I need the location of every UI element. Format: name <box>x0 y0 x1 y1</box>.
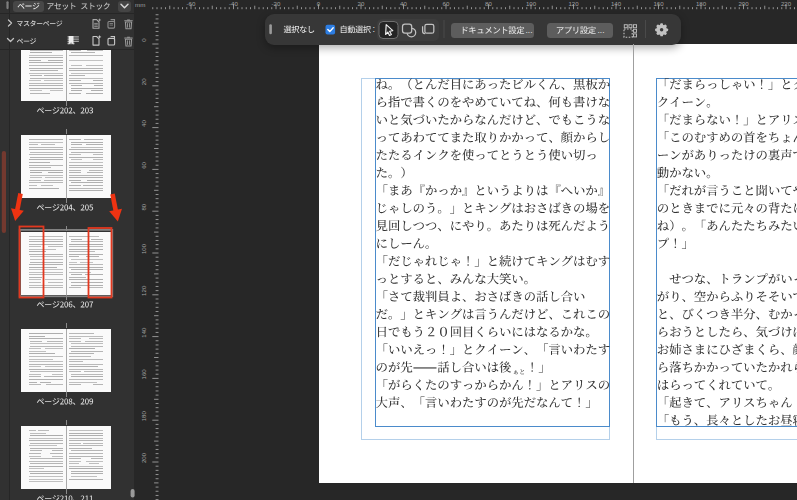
svg-text:...: ... <box>598 25 605 35</box>
svg-text:0: 0 <box>317 0 321 7</box>
svg-text:200: 200 <box>738 0 749 7</box>
svg-text:40: 40 <box>140 120 147 127</box>
svg-text:200: 200 <box>140 452 147 463</box>
svg-text:80: 80 <box>140 203 147 210</box>
svg-text:-60: -60 <box>187 0 196 7</box>
svg-text:mm: mm <box>135 1 145 8</box>
svg-text:100: 100 <box>140 243 147 254</box>
svg-text:120: 120 <box>568 0 579 7</box>
svg-text:0: 0 <box>140 38 147 42</box>
svg-text:...: ... <box>526 25 533 35</box>
svg-text::: : <box>373 24 376 34</box>
svg-text:160: 160 <box>653 0 664 7</box>
svg-text:220: 220 <box>781 0 792 7</box>
svg-text:40: 40 <box>400 0 407 7</box>
svg-text:-40: -40 <box>229 0 238 7</box>
svg-text:60: 60 <box>140 161 147 168</box>
svg-text:20: 20 <box>140 78 147 85</box>
svg-text:80: 80 <box>485 0 492 7</box>
svg-text:120: 120 <box>140 285 147 296</box>
svg-text:20: 20 <box>358 0 365 7</box>
svg-text:160: 160 <box>140 369 147 380</box>
svg-text:-20: -20 <box>272 0 281 7</box>
svg-text:180: 180 <box>696 0 707 7</box>
svg-text:140: 140 <box>140 327 147 338</box>
svg-text:100: 100 <box>526 0 537 7</box>
svg-text:180: 180 <box>140 411 147 422</box>
svg-text:140: 140 <box>611 0 622 7</box>
svg-text:60: 60 <box>443 0 450 7</box>
